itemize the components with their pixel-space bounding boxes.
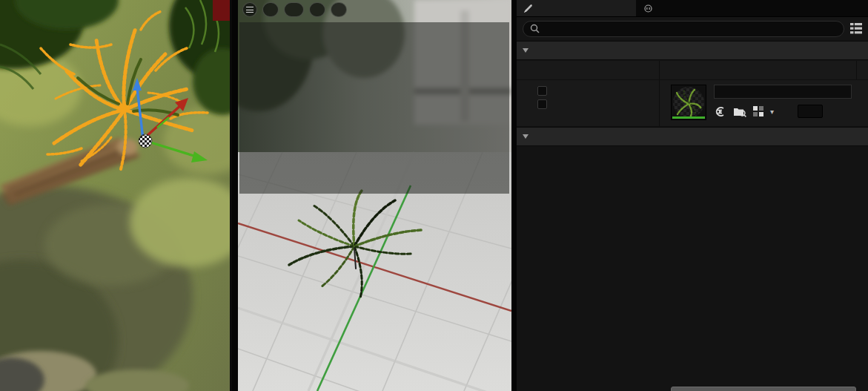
- static-mesh-editor-viewport[interactable]: [232, 0, 517, 391]
- details-panel: ▾: [517, 0, 868, 391]
- perspective-button[interactable]: [262, 2, 279, 17]
- search-icon: [530, 24, 540, 33]
- tab-details[interactable]: [517, 0, 636, 16]
- isolate-checkbox[interactable]: [537, 99, 547, 109]
- search-row: [517, 17, 868, 40]
- level-viewport[interactable]: [0, 0, 232, 391]
- level-scene: [0, 0, 232, 391]
- apply-changes-button[interactable]: [671, 387, 856, 391]
- gizmo-origin-ball[interactable]: [139, 134, 152, 148]
- material-thumbnail[interactable]: [671, 85, 706, 120]
- material-options-icon[interactable]: [753, 106, 763, 116]
- search-input[interactable]: [523, 21, 844, 37]
- property-row-material-slots: [517, 61, 868, 80]
- highlight-checkbox[interactable]: [537, 86, 547, 96]
- slot-name-field[interactable]: [798, 105, 823, 118]
- lod-button[interactable]: [331, 2, 347, 17]
- details-pen-icon: [524, 4, 533, 13]
- hamburger-icon: [246, 7, 254, 13]
- material-name-field[interactable]: [714, 85, 852, 99]
- chevron-down-icon: [523, 134, 529, 139]
- reset-gutter: [856, 61, 868, 79]
- chevron-down-icon[interactable]: ▾: [770, 108, 774, 116]
- scene-red-object: [213, 0, 232, 21]
- use-selected-asset-icon[interactable]: [714, 106, 726, 117]
- lit-mode-button[interactable]: [284, 2, 304, 17]
- mesh-viewport-canvas[interactable]: [238, 0, 511, 391]
- material-valid-bar: [672, 116, 705, 119]
- element-0-block: ▾: [517, 80, 868, 127]
- viewport-menu-button[interactable]: [242, 2, 257, 17]
- material-thumbnail-image: [672, 85, 706, 119]
- browse-to-asset-icon[interactable]: [733, 106, 746, 117]
- view-options-button[interactable]: [844, 23, 862, 34]
- section-nanite-settings[interactable]: [517, 127, 868, 146]
- section-material-slots[interactable]: [517, 41, 868, 60]
- details-tabbar: [517, 0, 868, 17]
- show-button[interactable]: [309, 2, 325, 17]
- unreal-editor-window: ▾: [0, 0, 868, 391]
- material-slots-label: [517, 61, 660, 79]
- nanite-stats-overlay: [239, 22, 509, 194]
- grid-icon: [850, 23, 862, 34]
- chevron-down-icon: [523, 48, 529, 53]
- viewport-toolbar: [238, 1, 511, 18]
- socket-manager-icon: [643, 4, 653, 13]
- tab-socket-manager[interactable]: [636, 0, 666, 16]
